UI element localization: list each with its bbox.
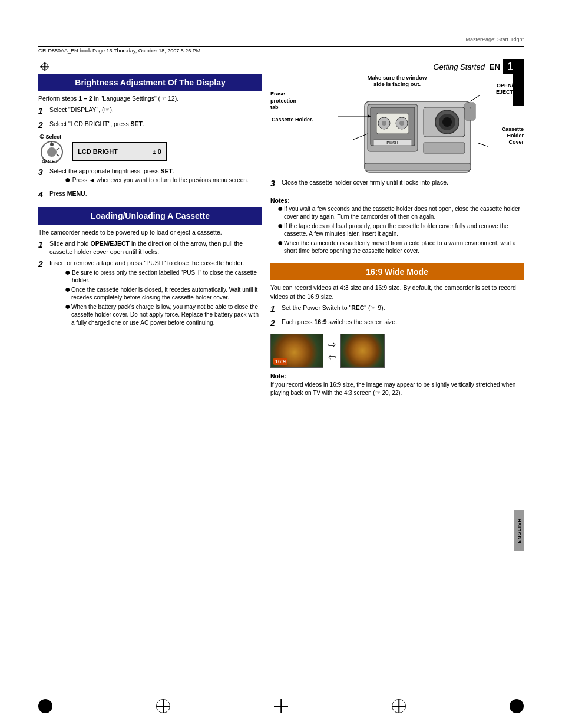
note1: ● If you wait a few seconds and the cass… — [277, 205, 524, 221]
bullet-dot: ● — [65, 176, 71, 184]
wide-step2-num: 2 — [270, 318, 280, 330]
wide-note-header: Note: — [270, 373, 524, 380]
svg-text:PUSH: PUSH — [386, 141, 398, 145]
select-label: ① Select — [39, 134, 61, 140]
note3: ● When the camcorder is suddenly moved f… — [277, 239, 524, 255]
brightness-section: Brightness Adjustment Of The Display Per… — [38, 74, 262, 203]
svg-rect-20 — [424, 143, 465, 153]
svg-rect-21 — [365, 163, 471, 170]
note2: ● If the tape does not load properly, op… — [277, 222, 524, 238]
lcd-value: ± 0 — [153, 148, 161, 155]
notes-list: ● If you wait a few seconds and the cass… — [273, 205, 524, 255]
svg-point-13 — [399, 121, 404, 126]
file-info-text: GR-D850AA_EN.book Page 13 Thursday, Octo… — [38, 48, 200, 54]
svg-text:↑: ↑ — [470, 106, 471, 110]
arrow-icon: ⇨ ⇦ — [328, 339, 336, 363]
cassette-step2-text: Insert or remove a tape and press "PUSH"… — [49, 259, 244, 266]
step3-bullets: ● Press ◄ whenever you want to return to… — [60, 176, 249, 185]
file-bar: GR-D850AA_EN.book Page 13 Thursday, Octo… — [38, 46, 524, 55]
main-content: Brightness Adjustment Of The Display Per… — [38, 74, 524, 669]
svg-line-27 — [477, 143, 488, 149]
step1-num: 1 — [38, 106, 48, 117]
step3-bullet1-text: Press ◄ whenever you want to return to t… — [72, 176, 249, 185]
svg-point-19 — [442, 117, 452, 127]
step3-text: Select the appropriate brightness, press… — [49, 167, 174, 174]
cassette-notes: Notes: ● If you wait a few seconds and t… — [270, 193, 524, 258]
wide-step1-text: Set the Power Switch to "REC" (☞ 9). — [282, 304, 385, 312]
make-sure-label: Make sure the windowside is facing out. — [270, 74, 524, 87]
header-bar: Getting Started EN 13 — [38, 59, 524, 74]
cassette-section: Loading/Unloading A Cassette The camcord… — [38, 207, 262, 331]
bullet-dot3: ● — [65, 286, 70, 294]
lcd-display-container: LCD BRIGHT ± 0 — [72, 142, 167, 161]
bottom-marks — [38, 699, 524, 713]
cassette-holder-label: Cassette Holder. — [272, 117, 313, 123]
step4-num: 4 — [38, 189, 48, 201]
wide-mode-title: 16:9 Wide Mode — [270, 263, 524, 280]
erase-tab-label: Eraseprotectiontab — [270, 91, 315, 111]
getting-started-label: Getting Started — [433, 62, 484, 71]
cassette-bullet2: ● Once the cassette holder is closed, it… — [65, 286, 262, 302]
cassette-step2: 2 Insert or remove a tape and press "PUS… — [38, 259, 262, 329]
bottom-left-circle-mark — [38, 699, 52, 713]
cassette-step1: 1 Slide and hold OPEN/EJECT in the direc… — [38, 239, 262, 256]
cassette-diagram: Make sure the windowside is facing out. … — [270, 74, 524, 174]
svg-line-25 — [470, 95, 480, 101]
lcd-text: LCD BRIGHT — [78, 148, 118, 155]
bullet-dot2: ● — [65, 269, 70, 276]
wide-step1-num: 1 — [270, 304, 280, 315]
step2-num: 2 — [38, 120, 48, 131]
brightness-step3: 3 Select the appropriate brightness, pre… — [38, 167, 262, 187]
cassette-bullet1: ● Be sure to press only the section labe… — [65, 269, 262, 285]
en-label: EN — [490, 62, 500, 71]
step3-num: 3 — [38, 167, 48, 179]
wide-step2-text: Each press 16:9 switches the screen size… — [282, 318, 397, 327]
cassette-step2-bullets: ● Be sure to press only the section labe… — [60, 269, 262, 327]
cassette-step1-num: 1 — [38, 239, 48, 251]
svg-line-5 — [57, 154, 59, 156]
cassette-step3-num: 3 — [270, 178, 280, 190]
cassette-step2-num: 2 — [38, 259, 48, 271]
svg-point-12 — [382, 121, 386, 126]
cassette-bullet3: ● When the battery pack's charge is low,… — [65, 303, 262, 327]
brightness-intro: Perform steps 1 – 2 in "Language Setting… — [38, 94, 262, 103]
svg-line-4 — [57, 148, 59, 150]
english-tab-text: ENGLISH — [517, 518, 522, 543]
masterpage-label: MasterPage: Start_Right — [465, 37, 524, 42]
left-column: Brightness Adjustment Of The Display Per… — [38, 74, 262, 669]
wide-image-43 — [340, 334, 385, 368]
brightness-title: Brightness Adjustment Of The Display — [38, 74, 262, 91]
cassette-holder-cover-label: CassetteHolderCover — [501, 126, 524, 145]
wide-image-169: 16:9 — [270, 334, 323, 368]
right-column: Make sure the windowside is facing out. … — [270, 74, 524, 669]
wide-mode-intro: You can record videos at 4:3 size and 16… — [270, 284, 524, 301]
step1-text: Select "DISPLAY", (☞). — [49, 106, 114, 114]
english-side-tab: ENGLISH — [514, 510, 524, 551]
wide-mode-section: 16:9 Wide Mode You can record videos at … — [270, 263, 524, 397]
cassette-title: Loading/Unloading A Cassette — [38, 207, 262, 224]
set-label: ② SET — [42, 159, 58, 164]
svg-point-1 — [47, 147, 57, 157]
cassette-intro: The camcorder needs to be powered up to … — [38, 228, 262, 237]
brightness-step2: 2 Select "LCD BRIGHT", press SET. — [38, 120, 262, 131]
notes-header: Notes: — [270, 197, 524, 204]
bullet-dot4: ● — [65, 303, 70, 311]
svg-rect-22 — [465, 103, 475, 120]
top-right-reg — [513, 62, 522, 71]
wide-step1: 1 Set the Power Switch to "REC" (☞ 9). — [270, 304, 524, 315]
open-eject-label: OPEN/EJECT — [496, 83, 513, 95]
wide-mode-images: 16:9 ⇨ ⇦ — [270, 334, 524, 368]
bottom-center-left-mark — [156, 699, 170, 713]
bottom-center-mark — [274, 699, 288, 713]
brightness-step4: 4 Press MENU. — [38, 189, 262, 201]
wide-step2: 2 Each press 16:9 switches the screen si… — [270, 318, 524, 330]
wide-note-text: If you record videos in 16:9 size, the i… — [270, 381, 524, 397]
step2-text: Select "LCD BRIGHT", press SET. — [49, 120, 144, 129]
step4-text: Press MENU. — [49, 189, 87, 198]
lcd-display-box: LCD BRIGHT ± 0 — [72, 142, 167, 161]
top-left-reg — [40, 62, 49, 71]
lcd-box-wrapper: ① Select ② SET LCD BRIGHT — [38, 134, 262, 163]
brightness-step1: 1 Select "DISPLAY", (☞). — [38, 106, 262, 117]
cassette-step1-text: Slide and hold OPEN/EJECT in the directi… — [49, 239, 262, 256]
dial-icon-wrapper: ① Select ② SET — [38, 134, 68, 163]
